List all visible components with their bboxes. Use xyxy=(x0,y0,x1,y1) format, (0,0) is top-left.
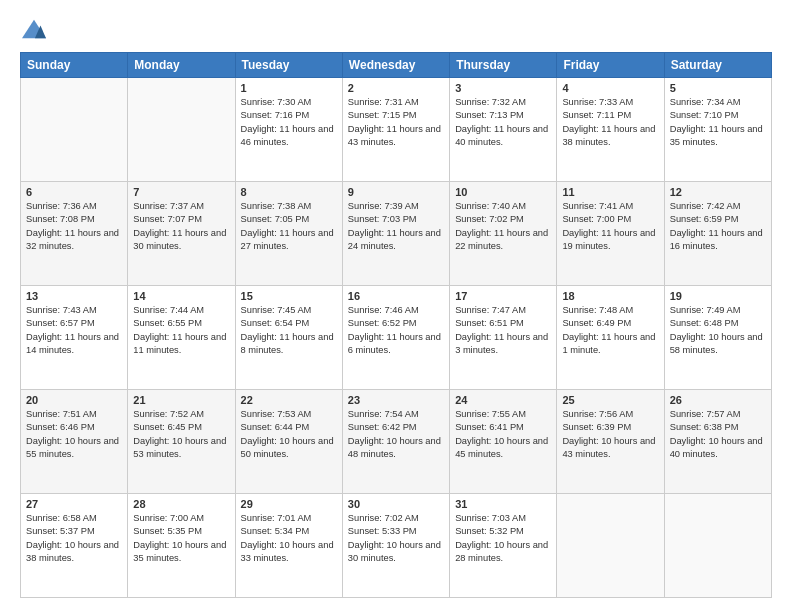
day-info: Sunrise: 7:53 AMSunset: 6:44 PMDaylight:… xyxy=(241,408,337,462)
day-cell: 12Sunrise: 7:42 AMSunset: 6:59 PMDayligh… xyxy=(664,182,771,286)
day-cell: 13Sunrise: 7:43 AMSunset: 6:57 PMDayligh… xyxy=(21,286,128,390)
day-number: 19 xyxy=(670,290,766,302)
day-number: 27 xyxy=(26,498,122,510)
week-row-4: 20Sunrise: 7:51 AMSunset: 6:46 PMDayligh… xyxy=(21,390,772,494)
day-number: 1 xyxy=(241,82,337,94)
day-info: Sunrise: 7:31 AMSunset: 7:15 PMDaylight:… xyxy=(348,96,444,150)
day-number: 31 xyxy=(455,498,551,510)
day-info: Sunrise: 7:37 AMSunset: 7:07 PMDaylight:… xyxy=(133,200,229,254)
day-number: 29 xyxy=(241,498,337,510)
day-cell: 7Sunrise: 7:37 AMSunset: 7:07 PMDaylight… xyxy=(128,182,235,286)
weekday-header-sunday: Sunday xyxy=(21,53,128,78)
week-row-1: 1Sunrise: 7:30 AMSunset: 7:16 PMDaylight… xyxy=(21,78,772,182)
day-number: 26 xyxy=(670,394,766,406)
day-number: 13 xyxy=(26,290,122,302)
day-cell: 8Sunrise: 7:38 AMSunset: 7:05 PMDaylight… xyxy=(235,182,342,286)
day-info: Sunrise: 6:58 AMSunset: 5:37 PMDaylight:… xyxy=(26,512,122,566)
day-info: Sunrise: 7:33 AMSunset: 7:11 PMDaylight:… xyxy=(562,96,658,150)
day-cell: 28Sunrise: 7:00 AMSunset: 5:35 PMDayligh… xyxy=(128,494,235,598)
day-info: Sunrise: 7:52 AMSunset: 6:45 PMDaylight:… xyxy=(133,408,229,462)
day-number: 24 xyxy=(455,394,551,406)
week-row-5: 27Sunrise: 6:58 AMSunset: 5:37 PMDayligh… xyxy=(21,494,772,598)
day-info: Sunrise: 7:47 AMSunset: 6:51 PMDaylight:… xyxy=(455,304,551,358)
day-cell xyxy=(557,494,664,598)
day-info: Sunrise: 7:57 AMSunset: 6:38 PMDaylight:… xyxy=(670,408,766,462)
day-cell: 1Sunrise: 7:30 AMSunset: 7:16 PMDaylight… xyxy=(235,78,342,182)
day-number: 22 xyxy=(241,394,337,406)
day-number: 12 xyxy=(670,186,766,198)
weekday-header-friday: Friday xyxy=(557,53,664,78)
calendar-table: SundayMondayTuesdayWednesdayThursdayFrid… xyxy=(20,52,772,598)
day-cell: 23Sunrise: 7:54 AMSunset: 6:42 PMDayligh… xyxy=(342,390,449,494)
day-number: 23 xyxy=(348,394,444,406)
day-info: Sunrise: 7:00 AMSunset: 5:35 PMDaylight:… xyxy=(133,512,229,566)
day-info: Sunrise: 7:36 AMSunset: 7:08 PMDaylight:… xyxy=(26,200,122,254)
day-number: 14 xyxy=(133,290,229,302)
day-number: 8 xyxy=(241,186,337,198)
day-cell: 15Sunrise: 7:45 AMSunset: 6:54 PMDayligh… xyxy=(235,286,342,390)
day-cell: 4Sunrise: 7:33 AMSunset: 7:11 PMDaylight… xyxy=(557,78,664,182)
day-info: Sunrise: 7:42 AMSunset: 6:59 PMDaylight:… xyxy=(670,200,766,254)
day-cell: 21Sunrise: 7:52 AMSunset: 6:45 PMDayligh… xyxy=(128,390,235,494)
day-number: 20 xyxy=(26,394,122,406)
day-info: Sunrise: 7:54 AMSunset: 6:42 PMDaylight:… xyxy=(348,408,444,462)
weekday-header-wednesday: Wednesday xyxy=(342,53,449,78)
day-info: Sunrise: 7:43 AMSunset: 6:57 PMDaylight:… xyxy=(26,304,122,358)
day-number: 6 xyxy=(26,186,122,198)
day-cell: 10Sunrise: 7:40 AMSunset: 7:02 PMDayligh… xyxy=(450,182,557,286)
day-cell: 9Sunrise: 7:39 AMSunset: 7:03 PMDaylight… xyxy=(342,182,449,286)
day-number: 7 xyxy=(133,186,229,198)
day-info: Sunrise: 7:56 AMSunset: 6:39 PMDaylight:… xyxy=(562,408,658,462)
weekday-header-thursday: Thursday xyxy=(450,53,557,78)
day-info: Sunrise: 7:01 AMSunset: 5:34 PMDaylight:… xyxy=(241,512,337,566)
day-number: 25 xyxy=(562,394,658,406)
day-cell: 11Sunrise: 7:41 AMSunset: 7:00 PMDayligh… xyxy=(557,182,664,286)
day-number: 4 xyxy=(562,82,658,94)
day-cell xyxy=(21,78,128,182)
day-cell: 5Sunrise: 7:34 AMSunset: 7:10 PMDaylight… xyxy=(664,78,771,182)
day-cell: 14Sunrise: 7:44 AMSunset: 6:55 PMDayligh… xyxy=(128,286,235,390)
day-info: Sunrise: 7:44 AMSunset: 6:55 PMDaylight:… xyxy=(133,304,229,358)
day-cell: 26Sunrise: 7:57 AMSunset: 6:38 PMDayligh… xyxy=(664,390,771,494)
day-info: Sunrise: 7:46 AMSunset: 6:52 PMDaylight:… xyxy=(348,304,444,358)
day-cell: 20Sunrise: 7:51 AMSunset: 6:46 PMDayligh… xyxy=(21,390,128,494)
day-number: 18 xyxy=(562,290,658,302)
week-row-3: 13Sunrise: 7:43 AMSunset: 6:57 PMDayligh… xyxy=(21,286,772,390)
day-cell: 17Sunrise: 7:47 AMSunset: 6:51 PMDayligh… xyxy=(450,286,557,390)
day-info: Sunrise: 7:02 AMSunset: 5:33 PMDaylight:… xyxy=(348,512,444,566)
day-number: 3 xyxy=(455,82,551,94)
day-cell: 22Sunrise: 7:53 AMSunset: 6:44 PMDayligh… xyxy=(235,390,342,494)
logo-icon xyxy=(20,18,48,42)
day-cell: 19Sunrise: 7:49 AMSunset: 6:48 PMDayligh… xyxy=(664,286,771,390)
day-info: Sunrise: 7:48 AMSunset: 6:49 PMDaylight:… xyxy=(562,304,658,358)
day-number: 16 xyxy=(348,290,444,302)
day-cell: 25Sunrise: 7:56 AMSunset: 6:39 PMDayligh… xyxy=(557,390,664,494)
day-cell: 27Sunrise: 6:58 AMSunset: 5:37 PMDayligh… xyxy=(21,494,128,598)
day-cell: 16Sunrise: 7:46 AMSunset: 6:52 PMDayligh… xyxy=(342,286,449,390)
logo xyxy=(20,18,52,42)
day-cell xyxy=(128,78,235,182)
day-cell xyxy=(664,494,771,598)
day-cell: 3Sunrise: 7:32 AMSunset: 7:13 PMDaylight… xyxy=(450,78,557,182)
day-number: 21 xyxy=(133,394,229,406)
day-number: 15 xyxy=(241,290,337,302)
day-info: Sunrise: 7:38 AMSunset: 7:05 PMDaylight:… xyxy=(241,200,337,254)
day-cell: 31Sunrise: 7:03 AMSunset: 5:32 PMDayligh… xyxy=(450,494,557,598)
week-row-2: 6Sunrise: 7:36 AMSunset: 7:08 PMDaylight… xyxy=(21,182,772,286)
weekday-header-monday: Monday xyxy=(128,53,235,78)
day-number: 9 xyxy=(348,186,444,198)
weekday-header-row: SundayMondayTuesdayWednesdayThursdayFrid… xyxy=(21,53,772,78)
page: SundayMondayTuesdayWednesdayThursdayFrid… xyxy=(0,0,792,612)
day-info: Sunrise: 7:30 AMSunset: 7:16 PMDaylight:… xyxy=(241,96,337,150)
day-cell: 2Sunrise: 7:31 AMSunset: 7:15 PMDaylight… xyxy=(342,78,449,182)
day-cell: 6Sunrise: 7:36 AMSunset: 7:08 PMDaylight… xyxy=(21,182,128,286)
header xyxy=(20,18,772,42)
weekday-header-tuesday: Tuesday xyxy=(235,53,342,78)
day-info: Sunrise: 7:03 AMSunset: 5:32 PMDaylight:… xyxy=(455,512,551,566)
day-info: Sunrise: 7:49 AMSunset: 6:48 PMDaylight:… xyxy=(670,304,766,358)
day-cell: 29Sunrise: 7:01 AMSunset: 5:34 PMDayligh… xyxy=(235,494,342,598)
day-info: Sunrise: 7:34 AMSunset: 7:10 PMDaylight:… xyxy=(670,96,766,150)
day-info: Sunrise: 7:41 AMSunset: 7:00 PMDaylight:… xyxy=(562,200,658,254)
day-number: 28 xyxy=(133,498,229,510)
day-cell: 30Sunrise: 7:02 AMSunset: 5:33 PMDayligh… xyxy=(342,494,449,598)
